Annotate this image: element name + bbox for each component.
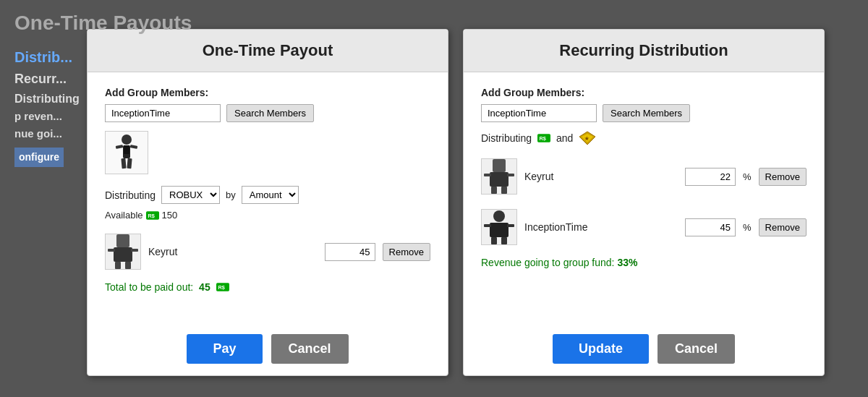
svg-rect-24 [484, 174, 491, 176]
recurring-distribution-modal: Recurring Distribution Add Group Members… [463, 29, 825, 376]
total-row: Total to be paid out: 45 R$ [105, 281, 430, 293]
member-avatar-svg-1 [108, 234, 138, 269]
search-members-button-1[interactable]: Search Members [226, 104, 314, 122]
amount-select[interactable]: Amount [242, 186, 299, 204]
svg-rect-13 [115, 262, 121, 269]
remove-button-2[interactable]: Remove [759, 168, 807, 186]
percent-label-2: % [743, 222, 752, 233]
svg-text:R$: R$ [539, 135, 545, 142]
by-label: by [226, 189, 236, 200]
total-label: Total to be paid out: [105, 281, 193, 293]
member-avatar-2 [481, 158, 517, 195]
member-name-3: InceptionTime [524, 221, 678, 233]
svg-rect-32 [491, 237, 497, 244]
distributing-row-1: Distributing ROBUX by Amount [105, 186, 430, 204]
svg-point-28 [493, 210, 505, 222]
available-row: Available R$ 150 [105, 210, 430, 221]
remove-button-3[interactable]: Remove [759, 218, 807, 236]
member-name-2: Keyrut [524, 171, 678, 182]
available-amount: 150 [162, 210, 178, 221]
svg-text:R$: R$ [148, 213, 154, 219]
member-row-1: Keyrut Remove [105, 231, 430, 273]
total-amount: 45 [196, 281, 213, 293]
svg-rect-22 [493, 159, 506, 172]
member-row-2: Keyrut % Remove [481, 155, 807, 197]
distributing-label-2: Distributing [481, 132, 532, 144]
revenue-row: Revenue going to group fund: 33% [481, 257, 807, 268]
cancel-button-1[interactable]: Cancel [271, 334, 349, 364]
recurring-distribution-title: Recurring Distribution [481, 41, 807, 60]
member-avatar-1 [105, 234, 141, 270]
search-members-button-2[interactable]: Search Members [603, 104, 690, 122]
cancel-button-2[interactable]: Cancel [658, 334, 735, 364]
search-input-2[interactable] [481, 104, 597, 122]
member-avatar-svg-3 [484, 210, 514, 244]
recurring-distribution-body: Add Group Members: Search Members Distri… [464, 72, 824, 323]
svg-rect-11 [108, 249, 115, 252]
svg-rect-23 [490, 172, 509, 187]
recurring-distribution-header: Recurring Distribution [464, 30, 824, 72]
rs-icon-total: R$ [216, 283, 229, 291]
one-time-payout-footer: Pay Cancel [88, 323, 448, 375]
and-label: and [556, 132, 573, 144]
percent-label-1: % [743, 171, 752, 182]
pay-button[interactable]: Pay [187, 334, 262, 364]
member-name-1: Keyrut [148, 246, 318, 257]
update-button[interactable]: Update [553, 334, 649, 364]
distributing-label-1: Distributing [105, 189, 156, 201]
svg-rect-29 [490, 223, 509, 237]
member-avatar-svg-2 [484, 159, 514, 194]
member-percent-input-1[interactable] [685, 168, 736, 186]
svg-rect-25 [507, 174, 514, 176]
svg-rect-10 [114, 247, 132, 262]
add-group-label-2: Add Group Members: [481, 87, 807, 98]
svg-rect-30 [484, 224, 491, 227]
member-percent-input-2[interactable] [685, 218, 736, 236]
svg-rect-26 [491, 187, 497, 194]
background-text: One-Time Payouts Distrib... Recurr... Di… [0, 0, 206, 175]
svg-rect-31 [507, 224, 514, 227]
recurring-distribution-footer: Update Cancel [464, 323, 824, 375]
member-amount-input-1[interactable] [325, 243, 375, 261]
revenue-percent: 33% [617, 257, 637, 268]
svg-text:R$: R$ [218, 284, 224, 291]
available-label: Available [105, 210, 143, 221]
member-avatar-3 [481, 209, 517, 245]
svg-rect-14 [125, 262, 131, 269]
svg-rect-33 [501, 237, 507, 244]
remove-button-1[interactable]: Remove [383, 243, 430, 261]
svg-text:★: ★ [584, 136, 590, 141]
search-row-2: Search Members [481, 104, 807, 122]
member-row-3: InceptionTime % Remove [481, 206, 807, 248]
robux-select[interactable]: ROBUX [161, 186, 220, 204]
rs-icon-available: R$ [146, 211, 159, 220]
svg-rect-12 [131, 249, 138, 252]
distributing-row-2: Distributing R$ and ★ [481, 131, 807, 145]
revenue-label: Revenue going to group fund: [481, 257, 617, 268]
svg-rect-27 [501, 187, 507, 194]
svg-rect-9 [116, 234, 129, 247]
badge-icon: ★ [579, 131, 596, 145]
rs-icon-distributing: R$ [537, 134, 550, 142]
